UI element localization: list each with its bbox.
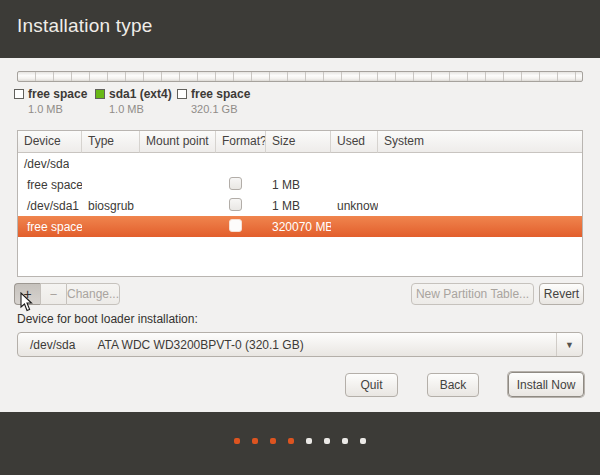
partition-table: Device Type Mount point Format? Size Use… xyxy=(17,130,583,277)
legend-size: 1.0 MB xyxy=(28,103,87,115)
size-cell: 320070 MB xyxy=(266,220,331,234)
titlebar: Installation type xyxy=(0,0,600,58)
progress-dot xyxy=(288,438,294,444)
type-cell: biosgrub xyxy=(82,199,140,213)
progress-dot xyxy=(270,438,276,444)
remove-partition-button[interactable]: − xyxy=(40,283,66,305)
dropdown-arrow-zone: ▼ xyxy=(556,333,582,356)
progress-dots xyxy=(234,438,366,444)
boot-device-description: ATA WDC WD3200BPVT-0 (320.1 GB) xyxy=(97,338,303,352)
table-row-sda1[interactable]: /dev/sda1 biosgrub 1 MB unknown xyxy=(18,195,582,216)
boot-device-dropdown[interactable]: /dev/sda ATA WDC WD3200BPVT-0 (320.1 GB)… xyxy=(17,332,583,357)
back-button[interactable]: Back xyxy=(427,373,479,397)
ext4-swatch xyxy=(95,89,105,99)
partition-bar xyxy=(17,71,583,82)
legend-label: sda1 (ext4) xyxy=(109,87,172,101)
format-checkbox[interactable] xyxy=(229,177,242,190)
device-cell: free space xyxy=(18,178,82,192)
progress-dot xyxy=(234,438,240,444)
table-row-dev-sda[interactable]: /dev/sda xyxy=(18,153,582,174)
page-title: Installation type xyxy=(17,15,152,37)
legend-item-free-space-2: free space 320.1 GB xyxy=(177,87,250,115)
column-header-type[interactable]: Type xyxy=(82,131,140,153)
size-cell: 1 MB xyxy=(266,178,331,192)
table-row-free-space-1[interactable]: free space 1 MB xyxy=(18,174,582,195)
boot-device-value: /dev/sda xyxy=(30,338,75,352)
add-partition-button[interactable]: + xyxy=(14,283,40,305)
partition-edit-buttons: + − Change... xyxy=(14,283,120,305)
table-action-buttons: New Partition Table... Revert xyxy=(411,283,584,305)
chevron-down-icon: ▼ xyxy=(565,340,574,350)
new-partition-table-button[interactable]: New Partition Table... xyxy=(411,283,534,305)
device-cell: /dev/sda1 xyxy=(18,199,82,213)
quit-button[interactable]: Quit xyxy=(345,373,398,397)
column-header-system[interactable]: System xyxy=(378,131,582,153)
column-header-mount-point[interactable]: Mount point xyxy=(140,131,216,153)
legend-item-free-space-1: free space 1.0 MB xyxy=(14,87,87,115)
size-cell: 1 MB xyxy=(266,199,331,213)
install-now-button[interactable]: Install Now xyxy=(508,372,584,397)
column-header-device[interactable]: Device xyxy=(18,131,82,153)
table-header: Device Type Mount point Format? Size Use… xyxy=(18,131,582,153)
free-space-swatch xyxy=(14,89,24,99)
boot-loader-label: Device for boot loader installation: xyxy=(17,312,198,326)
device-cell: /dev/sda xyxy=(18,157,69,171)
device-cell: free space xyxy=(18,220,82,234)
legend-label: free space xyxy=(191,87,250,101)
legend-label: free space xyxy=(28,87,87,101)
revert-button[interactable]: Revert xyxy=(539,283,584,305)
format-checkbox[interactable] xyxy=(229,219,242,232)
used-cell: unknown xyxy=(331,199,378,213)
progress-dot xyxy=(252,438,258,444)
change-partition-button[interactable]: Change... xyxy=(66,283,120,305)
column-header-format[interactable]: Format? xyxy=(216,131,266,153)
column-header-used[interactable]: Used xyxy=(331,131,378,153)
installer-window: Installation type free space 1.0 MB sda1… xyxy=(0,0,600,475)
legend-size: 1.0 MB xyxy=(109,103,172,115)
free-space-swatch xyxy=(177,89,187,99)
progress-dot xyxy=(360,438,366,444)
progress-dot xyxy=(306,438,312,444)
column-header-size[interactable]: Size xyxy=(266,131,331,153)
format-checkbox[interactable] xyxy=(229,198,242,211)
legend-item-sda1: sda1 (ext4) 1.0 MB xyxy=(95,87,172,115)
table-row-free-space-selected[interactable]: free space 320070 MB xyxy=(18,216,582,237)
legend-size: 320.1 GB xyxy=(191,103,250,115)
progress-dot xyxy=(324,438,330,444)
progress-dot xyxy=(342,438,348,444)
